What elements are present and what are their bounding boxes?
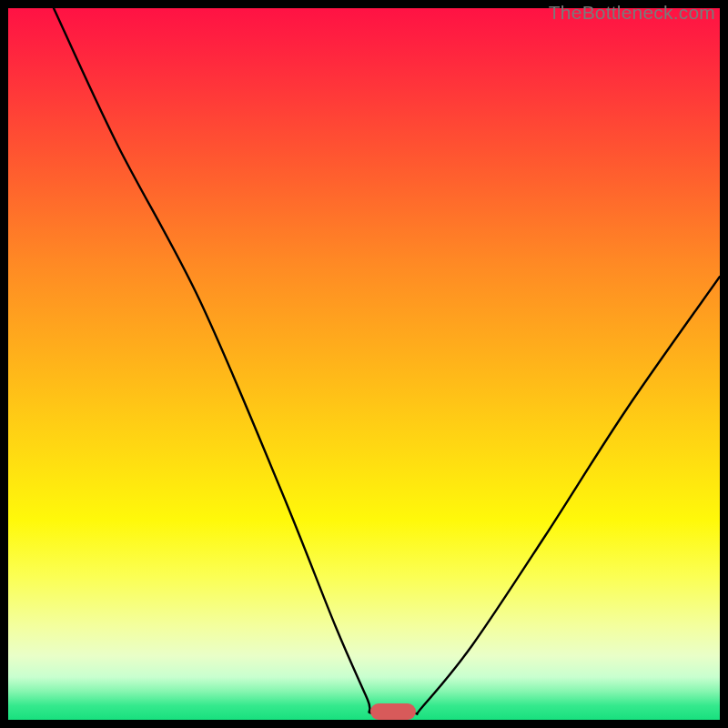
optimal-marker [370,703,416,720]
bottleneck-curve [8,8,720,720]
chart-frame: TheBottleneck.com [0,0,728,728]
plot-area [8,8,720,720]
watermark-text: TheBottleneck.com [549,2,715,24]
